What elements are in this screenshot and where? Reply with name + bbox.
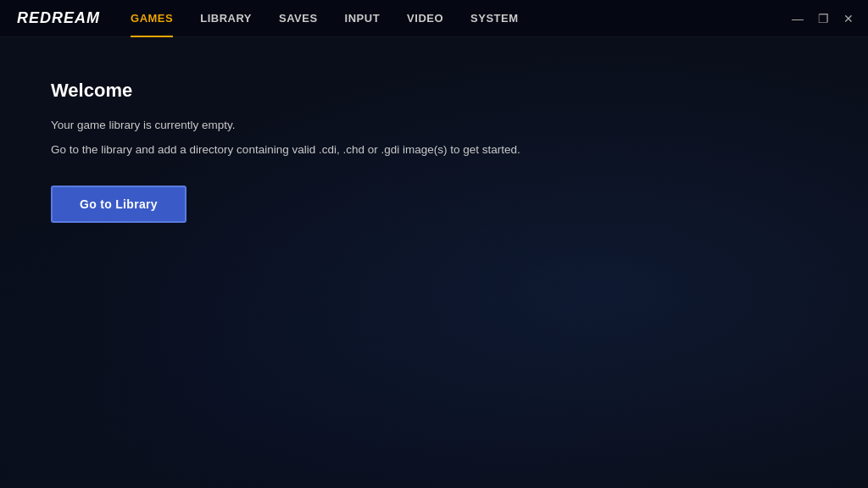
main-content: Welcome Your game library is currently e… — [0, 37, 868, 265]
nav-item-video[interactable]: VIDEO — [393, 0, 457, 37]
welcome-title: Welcome — [51, 80, 817, 102]
nav-item-input[interactable]: INPUT — [331, 0, 394, 37]
nav-item-games[interactable]: GAMES — [117, 0, 186, 37]
main-nav: GAMES LIBRARY SAVES INPUT VIDEO SYSTEM — [117, 0, 532, 37]
goto-library-button[interactable]: Go to Library — [51, 186, 186, 223]
titlebar-left: REDREAM GAMES LIBRARY SAVES INPUT VIDEO … — [0, 0, 532, 37]
window-controls: — ❐ ✕ — [788, 9, 858, 28]
app-logo: REDREAM — [0, 9, 117, 27]
empty-library-subtitle: Your game library is currently empty. — [51, 119, 817, 131]
restore-button[interactable]: ❐ — [814, 9, 832, 28]
titlebar: REDREAM GAMES LIBRARY SAVES INPUT VIDEO … — [0, 0, 868, 37]
close-button[interactable]: ✕ — [839, 9, 858, 28]
getting-started-description: Go to the library and add a directory co… — [51, 141, 817, 158]
minimize-button[interactable]: — — [788, 9, 807, 28]
nav-item-library[interactable]: LIBRARY — [186, 0, 265, 37]
nav-item-saves[interactable]: SAVES — [265, 0, 331, 37]
nav-item-system[interactable]: SYSTEM — [457, 0, 531, 37]
